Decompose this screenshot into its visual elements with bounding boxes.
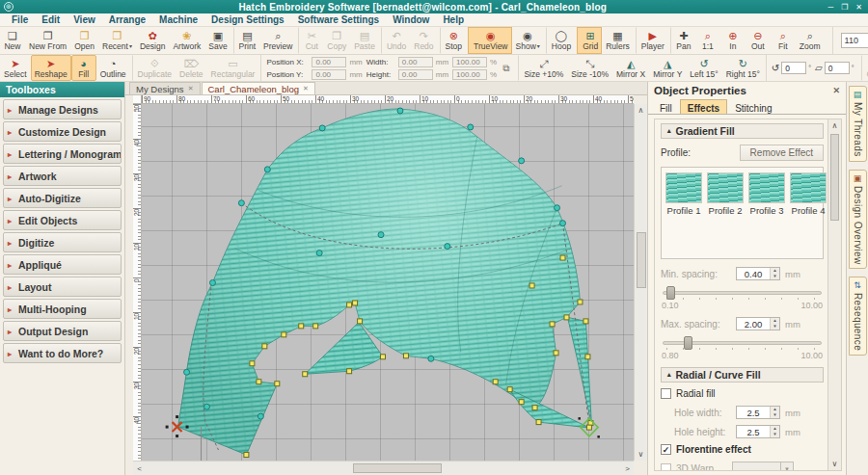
toolbar-button-1-1[interactable]: ⌕ 1:1▾	[695, 27, 720, 54]
toolbar-button-size-10[interactable]: ⤢ Size +10%	[518, 55, 567, 81]
gradient-profile-profile-4[interactable]: Profile 4	[790, 172, 827, 253]
toolbar-button-fit[interactable]: ⌕ Fit▾	[771, 27, 796, 54]
toolbar-button-mirror-y[interactable]: ◮ Mirror Y	[649, 55, 686, 81]
curve-node[interactable]	[209, 280, 215, 286]
toolbar-button-show[interactable]: ◉ Show▾	[512, 27, 544, 54]
toolbox-customize-design[interactable]: ▸ Customize Design	[3, 121, 122, 142]
corner-node[interactable]	[554, 351, 558, 356]
toolbar-button-cut[interactable]: ✂ Cut▾	[298, 27, 323, 54]
scale-x-input[interactable]: 100.00	[452, 57, 487, 67]
position-y-input[interactable]: 0.00	[312, 69, 346, 80]
corner-node[interactable]	[347, 369, 352, 374]
toolbox-layout[interactable]: ▸ Layout	[3, 277, 122, 297]
scroll-left-icon[interactable]: <	[133, 462, 146, 475]
toolbox-appliqu[interactable]: ▸ Appliqué	[3, 254, 122, 275]
corner-node[interactable]	[353, 301, 358, 305]
vertical-scrollbar[interactable]: ∧ ∨	[634, 104, 647, 461]
width-input[interactable]: 0.00	[398, 57, 433, 67]
curve-node[interactable]	[519, 158, 525, 164]
scroll-up-icon[interactable]: ∧	[828, 119, 841, 132]
tab-fill[interactable]: Fill	[652, 99, 680, 114]
corner-node[interactable]	[313, 324, 318, 329]
corner-node[interactable]	[282, 332, 286, 337]
toolbar-button-hoop[interactable]: ◯ Hoop▾	[546, 27, 575, 54]
toolbar-button-print[interactable]: ▤ Print▾	[233, 27, 259, 54]
toolbox-auto-digitize[interactable]: ▸ Auto-Digitize	[3, 188, 122, 208]
hole-height-input[interactable]: 2.5▲▼	[736, 425, 780, 438]
corner-node[interactable]	[529, 283, 534, 288]
design-canvas[interactable]	[142, 104, 634, 461]
curve-node[interactable]	[468, 124, 474, 130]
toolbar-button-new-from[interactable]: ❐ New From▾	[25, 27, 70, 54]
corner-node[interactable]	[550, 322, 555, 327]
radial-fill-checkbox[interactable]: ✓	[661, 388, 671, 399]
corner-node[interactable]	[381, 355, 386, 359]
toolbar-button-rulers[interactable]: ▦ Rulers▾	[602, 27, 634, 54]
curve-node[interactable]	[378, 232, 384, 238]
toolbar-button-copy[interactable]: ❐ Copy▾	[323, 27, 350, 54]
toolbar-button-duplicate[interactable]: ⟐ Duplicate	[132, 55, 176, 81]
min-spacing-input[interactable]: 0.40▲▼	[736, 267, 780, 280]
skew-input[interactable]: 0	[825, 62, 850, 74]
toolbar-button-outline[interactable]: ◔ Outline	[96, 55, 130, 81]
slider-thumb[interactable]	[666, 286, 675, 300]
scroll-up-icon[interactable]: ∧	[635, 104, 647, 117]
minimize-button[interactable]: ─	[827, 3, 833, 12]
curve-node[interactable]	[319, 125, 325, 131]
toolbar-button-player[interactable]: ▶ Player▾	[636, 27, 668, 54]
toolbar-button-fill[interactable]: ◕ Fill	[71, 55, 96, 81]
toolbar-button-grid[interactable]: ⊞ Grid▾	[577, 27, 602, 54]
toolbar-button-in[interactable]: ⊕ In▾	[720, 27, 746, 54]
scroll-down-icon[interactable]: ∨	[828, 458, 841, 470]
corner-node[interactable]	[250, 361, 255, 366]
menu-window[interactable]: Window	[387, 14, 435, 25]
toolbar-button-design[interactable]: ✿ Design▾	[136, 27, 169, 54]
curve-node[interactable]	[397, 108, 403, 114]
warp-dropdown[interactable]: ▼	[732, 462, 794, 471]
menu-arrange[interactable]: Arrange	[103, 14, 151, 25]
docked-tab-my-threads[interactable]: ▤ My Threads	[849, 86, 867, 162]
toolbar-button-select[interactable]: ➤ Select	[0, 55, 31, 81]
toolbar-button-rectangular[interactable]: ▭ Rectangular	[207, 55, 259, 81]
horizontal-scrollbar[interactable]: < >	[133, 461, 634, 475]
toolbox-artwork[interactable]: ▸ Artwork	[3, 166, 122, 186]
corner-node[interactable]	[347, 303, 352, 307]
toolbar-button-save[interactable]: ▣ Save▾	[204, 27, 231, 54]
menu-edit[interactable]: Edit	[36, 14, 66, 25]
gradient-profile-profile-3[interactable]: Profile 3	[748, 172, 785, 253]
gradient-profile-profile-1[interactable]: Profile 1	[665, 172, 702, 253]
toolbox-want-to-do-more[interactable]: ▸ Want to do More?	[3, 343, 122, 363]
corner-node[interactable]	[257, 380, 261, 384]
corner-node[interactable]	[519, 400, 524, 405]
toolbox-lettering-monogramming[interactable]: ▸ Lettering / Monogramming	[3, 144, 122, 164]
toolbar-button-paste[interactable]: ▤ Paste▾	[350, 27, 379, 54]
curve-node[interactable]	[560, 221, 566, 226]
toolbar-button-undo[interactable]: ↶ Undo▾	[381, 27, 410, 54]
lock-aspect-icon[interactable]: ⧉	[501, 63, 511, 74]
scale-y-input[interactable]: 100.00	[452, 69, 487, 80]
corner-node[interactable]	[507, 387, 512, 392]
toolbar-button-preview[interactable]: ⌕ Preview▾	[259, 27, 296, 54]
menu-help[interactable]: Help	[437, 14, 470, 25]
document-tab-my-designs[interactable]: My Designs ✕	[129, 82, 201, 94]
corner-node[interactable]	[532, 406, 537, 410]
curve-node[interactable]	[184, 369, 190, 375]
corner-node[interactable]	[275, 382, 280, 386]
document-tab-carl-chameleon-blog[interactable]: Carl_Chameleon_blog ✕	[202, 82, 315, 94]
min-spacing-slider[interactable]	[663, 286, 822, 300]
max-spacing-slider[interactable]	[663, 336, 822, 350]
gradient-profile-profile-2[interactable]: Profile 2	[707, 172, 744, 253]
close-tab-icon[interactable]: ✕	[303, 85, 309, 92]
corner-node[interactable]	[536, 420, 541, 425]
toolbar-button-out[interactable]: ⊖ Out▾	[746, 27, 771, 54]
toolbox-multi-hooping[interactable]: ▸ Multi-Hooping	[3, 299, 122, 319]
corner-node[interactable]	[585, 355, 590, 359]
scroll-down-icon[interactable]: ∨	[635, 448, 647, 461]
toolbar-button-stop[interactable]: ⊗ Stop▾	[440, 27, 467, 54]
menu-machine[interactable]: Machine	[153, 14, 203, 25]
section-gradient-fill[interactable]: ▴ Gradient Fill	[661, 123, 824, 139]
close-tab-icon[interactable]: ✕	[188, 85, 194, 92]
height-input[interactable]: 0.00	[398, 69, 433, 80]
toolbar-button-trueview[interactable]: ◉ TrueView▾	[468, 27, 511, 54]
toolbox-manage-designs[interactable]: ▸ Manage Designs	[3, 99, 122, 119]
